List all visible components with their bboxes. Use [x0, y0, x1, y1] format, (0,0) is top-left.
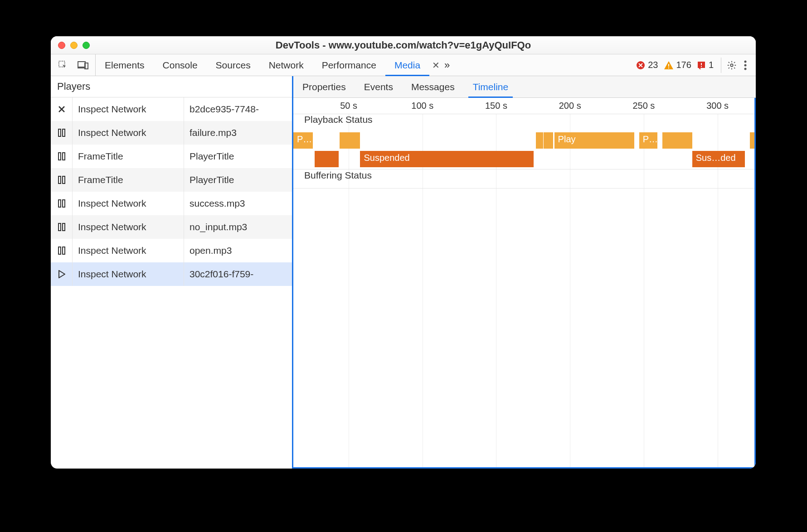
play-icon	[51, 262, 73, 286]
player-row[interactable]: FrameTitlePlayerTitle	[51, 168, 292, 192]
timeline-band[interactable]: Play	[554, 132, 634, 149]
player-frame-title: FrameTitle	[73, 168, 184, 192]
pause-icon	[51, 192, 73, 215]
close-tab-icon[interactable]: ✕	[432, 60, 440, 71]
timeline-band[interactable]	[750, 132, 756, 149]
tab-media[interactable]: Media	[385, 54, 429, 76]
player-row[interactable]: FrameTitlePlayerTitle	[51, 145, 292, 168]
player-title: b2dce935-7748-	[184, 97, 292, 121]
player-frame-title: Inspect Network	[73, 239, 184, 262]
error-count[interactable]: 23	[648, 60, 658, 70]
detail-tab-messages[interactable]: Messages	[402, 76, 464, 97]
player-title: open.mp3	[184, 239, 292, 262]
tab-sources[interactable]: Sources	[207, 54, 260, 76]
player-row[interactable]: Inspect Networkopen.mp3	[51, 239, 292, 262]
device-toolbar-icon[interactable]	[76, 58, 90, 72]
player-title: failure.mp3	[184, 121, 292, 145]
player-title: success.mp3	[184, 192, 292, 215]
pause-icon	[51, 121, 73, 145]
more-tabs-icon[interactable]: »	[440, 59, 454, 71]
svg-rect-24	[63, 247, 65, 254]
warning-icon[interactable]	[664, 61, 674, 70]
ruler-tick: 100 s	[411, 101, 433, 111]
tab-network[interactable]: Network	[260, 54, 313, 76]
zoom-window-button[interactable]	[83, 42, 90, 49]
devtools-toolbar: ElementsConsoleSourcesNetworkPerformance…	[51, 54, 756, 76]
svg-rect-21	[58, 223, 61, 231]
svg-rect-20	[63, 200, 65, 207]
timeline-band[interactable]	[536, 132, 543, 149]
window-titlebar: DevTools - www.youtube.com/watch?v=e1gAy…	[51, 36, 756, 54]
player-frame-title: Inspect Network	[73, 97, 184, 121]
timeline-band[interactable]: Sus…ded	[692, 151, 745, 167]
svg-rect-5	[668, 68, 669, 68]
player-frame-title: Inspect Network	[73, 262, 184, 286]
svg-rect-15	[58, 153, 61, 160]
player-frame-title: Inspect Network	[73, 215, 184, 239]
ruler-tick: 200 s	[559, 101, 581, 111]
player-row[interactable]: Inspect Networkb2dce935-7748-	[51, 97, 292, 121]
detail-tab-properties[interactable]: Properties	[293, 76, 355, 97]
player-title: PlayerTitle	[184, 168, 292, 192]
svg-point-11	[744, 64, 747, 66]
timeline-band[interactable]: Suspended	[360, 151, 533, 167]
tab-performance[interactable]: Performance	[313, 54, 385, 76]
tab-console[interactable]: Console	[154, 54, 207, 76]
error-icon[interactable]	[636, 61, 645, 70]
timeline-ruler: 50 s100 s150 s200 s250 s300 s	[293, 98, 754, 114]
svg-rect-13	[58, 129, 61, 136]
track-title: Playback Status	[304, 114, 373, 125]
inspect-element-icon[interactable]	[56, 58, 70, 72]
svg-point-12	[744, 68, 747, 70]
player-row[interactable]: Inspect Networksuccess.mp3	[51, 192, 292, 215]
issues-icon[interactable]	[697, 61, 706, 70]
pause-icon	[51, 168, 73, 192]
player-row[interactable]: Inspect Network30c2f016-f759-	[51, 262, 292, 286]
svg-rect-18	[63, 176, 65, 184]
close-window-button[interactable]	[58, 42, 65, 49]
pause-icon	[51, 215, 73, 239]
svg-rect-14	[63, 129, 65, 136]
player-detail-panel: PropertiesEventsMessagesTimeline 50 s100…	[292, 76, 756, 469]
window-title: DevTools - www.youtube.com/watch?v=e1gAy…	[51, 39, 756, 51]
detail-tab-timeline[interactable]: Timeline	[464, 76, 518, 97]
detail-tabs: PropertiesEventsMessagesTimeline	[293, 76, 756, 98]
player-title: 30c2f016-f759-	[184, 262, 292, 286]
kebab-menu-icon[interactable]	[739, 58, 752, 72]
svg-rect-4	[668, 64, 669, 67]
close-icon	[51, 97, 73, 121]
ruler-tick: 50 s	[340, 101, 357, 111]
svg-rect-23	[58, 247, 61, 254]
timeline-band[interactable]: P…	[293, 132, 313, 149]
player-row[interactable]: Inspect Networkfailure.mp3	[51, 121, 292, 145]
player-row[interactable]: Inspect Networkno_input.mp3	[51, 215, 292, 239]
svg-rect-16	[63, 153, 65, 160]
issues-count[interactable]: 1	[709, 60, 714, 70]
track-title: Buffering Status	[304, 170, 372, 181]
svg-rect-19	[58, 200, 61, 207]
player-title: PlayerTitle	[184, 145, 292, 168]
detail-tab-events[interactable]: Events	[355, 76, 402, 97]
timeline-band[interactable]: P…	[639, 132, 658, 149]
player-frame-title: Inspect Network	[73, 121, 184, 145]
minimize-window-button[interactable]	[70, 42, 78, 49]
timeline-band[interactable]	[340, 132, 360, 149]
players-heading: Players	[51, 76, 292, 97]
player-frame-title: Inspect Network	[73, 192, 184, 215]
status-counters: 23 176 1	[636, 60, 714, 70]
svg-rect-17	[58, 176, 61, 184]
devtools-window: DevTools - www.youtube.com/watch?v=e1gAy…	[51, 36, 756, 469]
timeline-band[interactable]	[662, 132, 692, 149]
svg-rect-8	[701, 66, 702, 67]
timeline-panel[interactable]: 50 s100 s150 s200 s250 s300 s Playback S…	[293, 98, 756, 469]
players-sidebar: Players Inspect Networkb2dce935-7748-Ins…	[51, 76, 293, 469]
window-controls	[58, 42, 90, 49]
pause-icon	[51, 145, 73, 168]
settings-icon[interactable]	[725, 58, 739, 72]
tab-elements[interactable]: Elements	[96, 54, 154, 76]
warning-count[interactable]: 176	[676, 60, 691, 70]
timeline-band[interactable]	[544, 132, 553, 149]
ruler-tick: 150 s	[485, 101, 507, 111]
timeline-band[interactable]	[315, 151, 339, 167]
svg-point-10	[744, 60, 747, 63]
